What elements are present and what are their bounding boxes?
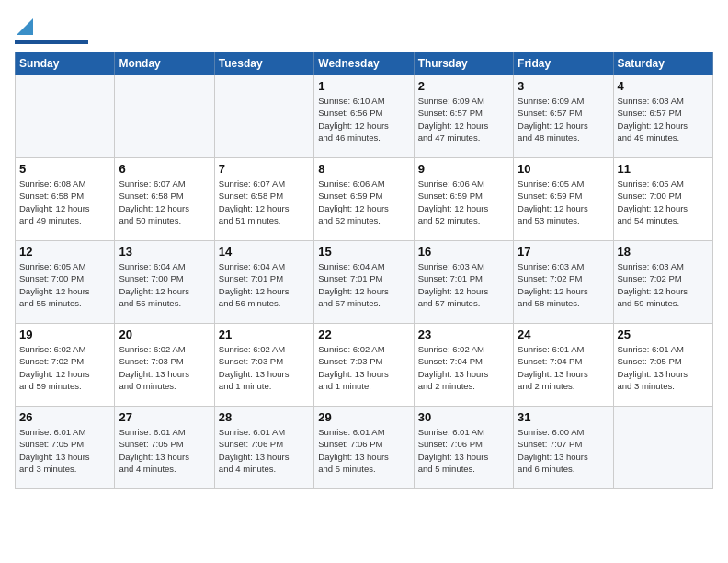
day-info: Sunrise: 6:03 AM Sunset: 7:02 PM Dayligh… bbox=[618, 260, 709, 309]
day-info: Sunrise: 6:02 AM Sunset: 7:02 PM Dayligh… bbox=[19, 343, 110, 392]
day-number: 28 bbox=[219, 410, 310, 424]
day-number: 20 bbox=[119, 327, 210, 341]
header-day-saturday: Saturday bbox=[613, 52, 712, 75]
calendar-cell: 23Sunrise: 6:02 AM Sunset: 7:04 PM Dayli… bbox=[414, 324, 513, 407]
day-info: Sunrise: 6:09 AM Sunset: 6:57 PM Dayligh… bbox=[518, 95, 609, 144]
day-number: 7 bbox=[219, 162, 310, 176]
calendar-cell: 1Sunrise: 6:10 AM Sunset: 6:56 PM Daylig… bbox=[314, 75, 414, 158]
day-number: 29 bbox=[318, 410, 409, 424]
day-info: Sunrise: 6:02 AM Sunset: 7:03 PM Dayligh… bbox=[318, 343, 409, 392]
day-info: Sunrise: 6:01 AM Sunset: 7:05 PM Dayligh… bbox=[119, 426, 210, 475]
day-number: 14 bbox=[219, 245, 310, 259]
day-info: Sunrise: 6:01 AM Sunset: 7:06 PM Dayligh… bbox=[418, 426, 509, 475]
day-info: Sunrise: 6:03 AM Sunset: 7:02 PM Dayligh… bbox=[518, 260, 609, 309]
day-number: 16 bbox=[418, 245, 509, 259]
calendar-table: SundayMondayTuesdayWednesdayThursdayFrid… bbox=[15, 52, 713, 489]
calendar-cell: 12Sunrise: 6:05 AM Sunset: 7:00 PM Dayli… bbox=[16, 241, 115, 324]
day-number: 26 bbox=[19, 410, 110, 424]
day-number: 3 bbox=[518, 79, 609, 93]
day-info: Sunrise: 6:06 AM Sunset: 6:59 PM Dayligh… bbox=[418, 178, 509, 226]
day-number: 13 bbox=[119, 245, 210, 259]
day-info: Sunrise: 6:05 AM Sunset: 6:59 PM Dayligh… bbox=[518, 178, 609, 226]
day-info: Sunrise: 6:08 AM Sunset: 6:57 PM Dayligh… bbox=[618, 95, 709, 144]
header-day-friday: Friday bbox=[514, 52, 613, 75]
day-number: 24 bbox=[518, 327, 609, 341]
calendar-cell: 20Sunrise: 6:02 AM Sunset: 7:03 PM Dayli… bbox=[115, 324, 214, 407]
day-info: Sunrise: 6:03 AM Sunset: 7:01 PM Dayligh… bbox=[418, 260, 509, 309]
header-day-sunday: Sunday bbox=[16, 52, 115, 75]
day-number: 19 bbox=[19, 327, 110, 341]
day-number: 31 bbox=[518, 410, 609, 424]
calendar-cell bbox=[16, 75, 115, 158]
day-info: Sunrise: 6:02 AM Sunset: 7:03 PM Dayligh… bbox=[219, 343, 310, 392]
logo-bar bbox=[15, 40, 88, 44]
day-info: Sunrise: 6:01 AM Sunset: 7:06 PM Dayligh… bbox=[219, 426, 310, 475]
day-number: 9 bbox=[418, 162, 509, 176]
calendar-cell: 2Sunrise: 6:09 AM Sunset: 6:57 PM Daylig… bbox=[414, 75, 513, 158]
day-info: Sunrise: 6:01 AM Sunset: 7:04 PM Dayligh… bbox=[518, 343, 609, 392]
day-number: 25 bbox=[618, 327, 709, 341]
day-info: Sunrise: 6:04 AM Sunset: 7:00 PM Dayligh… bbox=[119, 260, 210, 309]
calendar-cell: 14Sunrise: 6:04 AM Sunset: 7:01 PM Dayli… bbox=[214, 241, 313, 324]
calendar-cell: 30Sunrise: 6:01 AM Sunset: 7:06 PM Dayli… bbox=[414, 407, 513, 489]
week-row-4: 19Sunrise: 6:02 AM Sunset: 7:02 PM Dayli… bbox=[16, 324, 713, 407]
day-number: 18 bbox=[618, 245, 709, 259]
calendar-cell: 26Sunrise: 6:01 AM Sunset: 7:05 PM Dayli… bbox=[16, 407, 115, 489]
header-day-wednesday: Wednesday bbox=[314, 52, 414, 75]
header-row: SundayMondayTuesdayWednesdayThursdayFrid… bbox=[16, 52, 713, 75]
calendar-cell: 8Sunrise: 6:06 AM Sunset: 6:59 PM Daylig… bbox=[314, 158, 414, 241]
week-row-3: 12Sunrise: 6:05 AM Sunset: 7:00 PM Dayli… bbox=[16, 241, 713, 324]
calendar-cell: 6Sunrise: 6:07 AM Sunset: 6:58 PM Daylig… bbox=[115, 158, 214, 241]
page-header bbox=[15, 15, 713, 44]
svg-marker-0 bbox=[17, 18, 33, 35]
day-info: Sunrise: 6:02 AM Sunset: 7:04 PM Dayligh… bbox=[418, 343, 509, 392]
day-number: 5 bbox=[19, 162, 110, 176]
day-info: Sunrise: 6:05 AM Sunset: 7:00 PM Dayligh… bbox=[19, 260, 110, 309]
calendar-cell: 3Sunrise: 6:09 AM Sunset: 6:57 PM Daylig… bbox=[514, 75, 613, 158]
calendar-cell: 15Sunrise: 6:04 AM Sunset: 7:01 PM Dayli… bbox=[314, 241, 414, 324]
day-info: Sunrise: 6:07 AM Sunset: 6:58 PM Dayligh… bbox=[119, 178, 210, 226]
day-number: 15 bbox=[318, 245, 409, 259]
calendar-cell: 25Sunrise: 6:01 AM Sunset: 7:05 PM Dayli… bbox=[613, 324, 712, 407]
calendar-cell: 28Sunrise: 6:01 AM Sunset: 7:06 PM Dayli… bbox=[214, 407, 313, 489]
calendar-cell: 5Sunrise: 6:08 AM Sunset: 6:58 PM Daylig… bbox=[16, 158, 115, 241]
day-info: Sunrise: 6:00 AM Sunset: 7:07 PM Dayligh… bbox=[518, 426, 609, 475]
calendar-cell: 18Sunrise: 6:03 AM Sunset: 7:02 PM Dayli… bbox=[613, 241, 712, 324]
header-day-tuesday: Tuesday bbox=[214, 52, 313, 75]
week-row-1: 1Sunrise: 6:10 AM Sunset: 6:56 PM Daylig… bbox=[16, 75, 713, 158]
calendar-cell: 24Sunrise: 6:01 AM Sunset: 7:04 PM Dayli… bbox=[514, 324, 613, 407]
calendar-cell: 11Sunrise: 6:05 AM Sunset: 7:00 PM Dayli… bbox=[613, 158, 712, 241]
calendar-cell: 29Sunrise: 6:01 AM Sunset: 7:06 PM Dayli… bbox=[314, 407, 414, 489]
day-number: 21 bbox=[219, 327, 310, 341]
calendar-cell: 31Sunrise: 6:00 AM Sunset: 7:07 PM Dayli… bbox=[514, 407, 613, 489]
day-info: Sunrise: 6:01 AM Sunset: 7:06 PM Dayligh… bbox=[318, 426, 409, 475]
calendar-cell: 9Sunrise: 6:06 AM Sunset: 6:59 PM Daylig… bbox=[414, 158, 513, 241]
day-number: 30 bbox=[418, 410, 509, 424]
header-day-monday: Monday bbox=[115, 52, 214, 75]
day-number: 22 bbox=[318, 327, 409, 341]
day-number: 4 bbox=[618, 79, 709, 93]
day-info: Sunrise: 6:01 AM Sunset: 7:05 PM Dayligh… bbox=[19, 426, 110, 475]
calendar-cell: 4Sunrise: 6:08 AM Sunset: 6:57 PM Daylig… bbox=[613, 75, 712, 158]
day-number: 11 bbox=[618, 162, 709, 176]
day-info: Sunrise: 6:01 AM Sunset: 7:05 PM Dayligh… bbox=[618, 343, 709, 392]
calendar-cell: 27Sunrise: 6:01 AM Sunset: 7:05 PM Dayli… bbox=[115, 407, 214, 489]
day-number: 1 bbox=[318, 79, 409, 93]
day-number: 12 bbox=[19, 245, 110, 259]
logo bbox=[15, 15, 88, 44]
calendar-cell bbox=[613, 407, 712, 489]
day-number: 17 bbox=[518, 245, 609, 259]
day-number: 23 bbox=[418, 327, 509, 341]
calendar-cell: 19Sunrise: 6:02 AM Sunset: 7:02 PM Dayli… bbox=[16, 324, 115, 407]
day-number: 27 bbox=[119, 410, 210, 424]
day-info: Sunrise: 6:05 AM Sunset: 7:00 PM Dayligh… bbox=[618, 178, 709, 226]
day-info: Sunrise: 6:02 AM Sunset: 7:03 PM Dayligh… bbox=[119, 343, 210, 392]
day-info: Sunrise: 6:07 AM Sunset: 6:58 PM Dayligh… bbox=[219, 178, 310, 226]
day-info: Sunrise: 6:10 AM Sunset: 6:56 PM Dayligh… bbox=[318, 95, 409, 144]
calendar-cell: 22Sunrise: 6:02 AM Sunset: 7:03 PM Dayli… bbox=[314, 324, 414, 407]
day-info: Sunrise: 6:08 AM Sunset: 6:58 PM Dayligh… bbox=[19, 178, 110, 226]
logo-triangle-icon bbox=[17, 18, 33, 35]
calendar-cell: 10Sunrise: 6:05 AM Sunset: 6:59 PM Dayli… bbox=[514, 158, 613, 241]
day-info: Sunrise: 6:09 AM Sunset: 6:57 PM Dayligh… bbox=[418, 95, 509, 144]
day-number: 6 bbox=[119, 162, 210, 176]
